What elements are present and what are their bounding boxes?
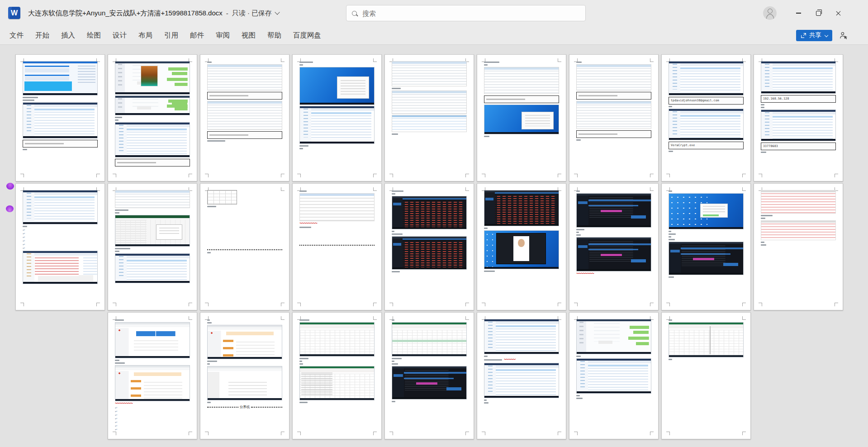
caption-line: [576, 139, 581, 141]
screenshot-darkblue: [576, 237, 651, 271]
ribbon-tab-4[interactable]: 绘图: [81, 31, 107, 40]
page-content: ~~~~~~~~: [299, 189, 375, 304]
page-thumbnail-6[interactable]: [477, 54, 566, 181]
page-content: ~~~~~~~~: [484, 318, 559, 433]
screenshot-doctable: [299, 193, 375, 221]
page-thumbnail-18[interactable]: [754, 183, 843, 310]
caption-line: [299, 319, 309, 321]
answer-box: [207, 92, 282, 100]
ribbon-tab-6[interactable]: 布局: [133, 31, 158, 40]
screenshot-excel: [299, 322, 375, 357]
share-icon: [801, 33, 806, 38]
screenshot-gridtable: [207, 64, 282, 90]
close-button[interactable]: [828, 0, 848, 26]
screenshot-gridtable: [484, 67, 559, 94]
caption-line: [669, 106, 672, 107]
caption-line: [484, 399, 487, 401]
ribbon-tab-7[interactable]: 引用: [158, 31, 184, 40]
page-thumbnail-5[interactable]: [384, 54, 474, 181]
page-thumbnail-16[interactable]: ~~~~~~~~: [569, 183, 659, 310]
page-thumbnail-10[interactable]: ↵↵↵↵↵↵: [15, 183, 105, 310]
ribbon-tab-row: 文件开始插入绘图设计布局引用邮件审阅视图帮助百度网盘 共享: [0, 26, 868, 44]
page-thumbnail-4[interactable]: [292, 54, 382, 181]
ribbon-tab-11[interactable]: 帮助: [261, 31, 287, 40]
ribbon-tab-3[interactable]: 插入: [55, 31, 81, 40]
caption-line: [392, 233, 403, 235]
answer-box: [576, 130, 651, 138]
search-input[interactable]: [361, 9, 580, 18]
page-thumbnail-19[interactable]: ~~~~~~~~↵↵↵↵↵↵↵: [108, 312, 197, 439]
page-thumbnail-14[interactable]: [384, 183, 474, 310]
page-thumbnail-8[interactable]: tpdavidjohnson38@gmail.comVeraCrypt.exe: [661, 54, 751, 181]
share-button[interactable]: 共享: [796, 30, 832, 41]
word-app-icon[interactable]: W: [8, 7, 20, 19]
search-box[interactable]: [346, 5, 586, 21]
caption-line: [299, 62, 313, 63]
screenshot-winblue: [23, 61, 98, 95]
document-filename: 大连东软信息学院+Anyun_安云战队+方清湍+15998817858.docx: [28, 9, 223, 18]
page-thumbnail-22[interactable]: [384, 312, 474, 439]
page-thumbnail-13[interactable]: ~~~~~~~~: [292, 183, 382, 310]
close-icon: [835, 10, 841, 16]
ribbon-tab-10[interactable]: 视图: [236, 31, 261, 40]
ribbon-tab-8[interactable]: 邮件: [184, 31, 210, 40]
screenshot-expred: [23, 251, 98, 284]
paragraph-marks: ↵↵↵↵↵↵↵: [115, 406, 190, 431]
page-thumbnail-24[interactable]: [569, 312, 659, 439]
screenshot-explorer: [484, 363, 559, 398]
paragraph-mark: ↵: [115, 406, 190, 409]
dotted-divider: [207, 249, 282, 250]
page-content: 192.168.56.12833778683: [761, 60, 836, 176]
ribbon-tab-9[interactable]: 审阅: [210, 31, 236, 40]
page-content: [669, 189, 744, 304]
document-status: 只读 · 已保存: [232, 9, 272, 18]
title-separator: -: [226, 10, 228, 17]
screenshot-exceldata: [299, 366, 375, 400]
paragraph-mark: ↵: [23, 236, 98, 239]
minimize-button[interactable]: [788, 0, 808, 26]
document-title[interactable]: 大连东软信息学院+Anyun_安云战队+方清湍+15998817858.docx…: [28, 0, 279, 26]
ink-annotation-icon[interactable]: [6, 183, 14, 190]
page-thumbnail-7[interactable]: [569, 54, 659, 181]
paragraph-mark: ↵: [115, 417, 190, 420]
page-thumbnail-21[interactable]: [292, 312, 382, 439]
feedback-person-icon[interactable]: [840, 31, 848, 40]
page-thumbnail-9[interactable]: 192.168.56.12833778683: [754, 54, 843, 181]
caption-line: [23, 226, 27, 227]
caption-line: [761, 104, 764, 105]
account-avatar[interactable]: [763, 6, 777, 20]
ribbon-tab-5[interactable]: 设计: [107, 31, 133, 40]
page-thumbnail-17[interactable]: [661, 183, 751, 310]
page-thumbnail-23[interactable]: ~~~~~~~~: [477, 312, 566, 439]
maximize-restore-button[interactable]: [808, 0, 828, 26]
page-thumbnail-12[interactable]: [200, 183, 289, 310]
screenshot-darkblue: [669, 242, 744, 275]
paragraph-mark: ↵: [115, 421, 190, 424]
ribbon-tab-12[interactable]: 百度网盘: [287, 31, 327, 40]
ribbon-tab-2[interactable]: 开始: [29, 31, 55, 40]
screenshot-gridtable: [115, 190, 190, 208]
caption-line: [115, 248, 130, 249]
caption-line: [115, 209, 128, 211]
ribbon-tabs: 文件开始插入绘图设计布局引用邮件审阅视图帮助百度网盘: [0, 26, 868, 44]
share-chevron-icon: [825, 33, 828, 37]
caption-line: [576, 190, 580, 192]
screenshot-desktopicons: [669, 193, 744, 229]
caption-line: [392, 358, 402, 359]
caption-line: [115, 319, 124, 321]
caption-line: [576, 62, 582, 63]
page-content: [669, 318, 744, 433]
caption-line: [115, 251, 119, 252]
screenshot-docblue: [392, 115, 467, 132]
page-thumbnail-3[interactable]: [200, 54, 289, 181]
ink-annotation-icon[interactable]: [6, 205, 14, 212]
page-thumbnail-15[interactable]: [477, 183, 566, 310]
caption-line: [576, 395, 580, 396]
page-thumbnail-1[interactable]: [15, 54, 105, 181]
red-squiggle: ~~~~~~~~: [576, 272, 597, 276]
page-thumbnail-25[interactable]: [661, 312, 751, 439]
page-thumbnail-20[interactable]: 分界线: [200, 312, 289, 439]
page-thumbnail-2[interactable]: [108, 54, 197, 181]
ribbon-tab-1[interactable]: 文件: [4, 31, 29, 40]
page-thumbnail-11[interactable]: [108, 183, 197, 310]
